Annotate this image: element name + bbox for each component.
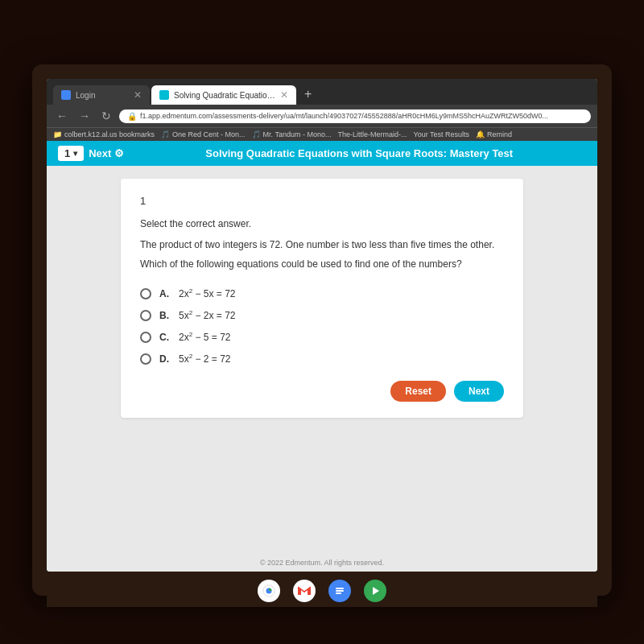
back-button[interactable]: ← — [53, 108, 71, 124]
app-header: 1 ▾ Next ⚙ Solving Quadratic Equations w… — [47, 141, 597, 166]
main-content: 1 Select the correct answer. The product… — [47, 166, 597, 554]
reset-button[interactable]: Reset — [390, 381, 446, 402]
bookmark-icon-1: 📁 — [53, 130, 62, 138]
tab-login[interactable]: Login ✕ — [53, 85, 150, 105]
taskbar-google-icon[interactable] — [258, 580, 280, 602]
tab-close-edmentum[interactable]: ✕ — [280, 89, 288, 101]
question-instruction: Select the correct answer. — [140, 218, 504, 229]
tab-icon-edmentum — [159, 90, 169, 100]
taskbar — [47, 575, 597, 607]
chevron-down-icon: ▾ — [73, 149, 77, 158]
tab-icon-login — [61, 90, 71, 100]
header-title: Solving Quadratic Equations with Square … — [132, 147, 586, 159]
taskbar-files-icon[interactable] — [328, 580, 351, 602]
lock-icon: 🔒 — [127, 112, 137, 121]
next-button-header[interactable]: Next ⚙ — [89, 147, 124, 159]
radio-d[interactable] — [140, 353, 151, 365]
bookmark-4[interactable]: The-Little-Mermaid-... — [337, 130, 407, 138]
option-a-text: 2x2 − 5x = 72 — [179, 287, 236, 299]
option-d-text: 5x2 − 2 = 72 — [179, 353, 231, 365]
question-text: The product of two integers is 72. One n… — [140, 237, 504, 252]
bookmark-icon-6: 🔔 — [476, 130, 485, 138]
question-nav: 1 ▾ Next ⚙ — [58, 146, 124, 161]
svg-rect-4 — [336, 588, 344, 589]
answer-options: A. 2x2 − 5x = 72 B. 5x2 − 2x = 72 C. 2x2… — [140, 287, 504, 365]
screen: Login ✕ Solving Quadratic Equations wi ✕… — [47, 79, 597, 572]
option-b-letter: B. — [159, 310, 171, 321]
option-b-text: 5x2 − 2x = 72 — [179, 309, 236, 321]
tab-edmentum-label: Solving Quadratic Equations wi — [174, 91, 275, 100]
address-bar-row: ← → ↻ 🔒 f1.app.edmentum.com/assessments-… — [47, 105, 597, 127]
tab-bar: Login ✕ Solving Quadratic Equations wi ✕… — [47, 79, 597, 105]
question-subtext: Which of the following equations could b… — [140, 257, 504, 271]
question-card: 1 Select the correct answer. The product… — [121, 179, 523, 418]
svg-rect-6 — [336, 592, 341, 594]
question-number-display[interactable]: 1 ▾ — [58, 146, 84, 161]
bookmarks-bar: 📁 colbert.k12.al.us bookmarks 🎵 One Red … — [47, 127, 597, 141]
option-c-text: 2x2 − 5 = 72 — [179, 331, 231, 343]
bookmark-icon-3: 🎵 — [252, 130, 261, 138]
reload-button[interactable]: ↻ — [98, 108, 114, 124]
option-d[interactable]: D. 5x2 − 2 = 72 — [140, 353, 504, 365]
tab-edmentum[interactable]: Solving Quadratic Equations wi ✕ — [151, 85, 296, 105]
next-button[interactable]: Next — [454, 381, 504, 402]
option-a-letter: A. — [159, 288, 171, 299]
bookmark-1[interactable]: 📁 colbert.k12.al.us bookmarks — [53, 130, 155, 138]
taskbar-play-icon[interactable] — [364, 580, 386, 602]
browser-chrome: Login ✕ Solving Quadratic Equations wi ✕… — [47, 79, 597, 141]
option-d-letter: D. — [159, 353, 171, 365]
radio-c[interactable] — [140, 332, 151, 343]
option-a[interactable]: A. 2x2 − 5x = 72 — [140, 287, 504, 299]
radio-b[interactable] — [140, 310, 151, 321]
footer: © 2022 Edmentum. All rights reserved. — [47, 554, 597, 572]
bookmark-icon-2: 🎵 — [161, 130, 170, 138]
bookmark-3[interactable]: 🎵 Mr. Tandum - Mono... — [252, 130, 332, 138]
action-buttons: Reset Next — [140, 381, 504, 402]
bookmark-2[interactable]: 🎵 One Red Cent - Mon... — [161, 130, 246, 138]
question-card-number: 1 — [140, 195, 504, 207]
svg-rect-5 — [336, 590, 344, 592]
taskbar-gmail-icon[interactable] — [293, 580, 316, 602]
settings-icon[interactable]: ⚙ — [114, 147, 124, 159]
bookmark-5[interactable]: Your Test Results — [414, 130, 470, 138]
address-bar[interactable]: 🔒 f1.app.edmentum.com/assessments-delive… — [119, 109, 591, 123]
forward-button[interactable]: → — [76, 108, 93, 124]
option-b[interactable]: B. 5x2 − 2x = 72 — [140, 309, 504, 321]
tab-close-login[interactable]: ✕ — [134, 89, 142, 101]
new-tab-button[interactable]: + — [298, 84, 318, 105]
copyright-text: © 2022 Edmentum. All rights reserved. — [260, 559, 384, 567]
option-c-letter: C. — [159, 332, 171, 343]
radio-a[interactable] — [140, 288, 151, 299]
option-c[interactable]: C. 2x2 − 5 = 72 — [140, 331, 504, 343]
laptop-frame: Login ✕ Solving Quadratic Equations wi ✕… — [32, 64, 612, 596]
bookmark-6[interactable]: 🔔 Remind — [476, 130, 512, 138]
tab-login-label: Login — [76, 91, 129, 100]
address-text: f1.app.edmentum.com/assessments-delivery… — [140, 112, 548, 120]
